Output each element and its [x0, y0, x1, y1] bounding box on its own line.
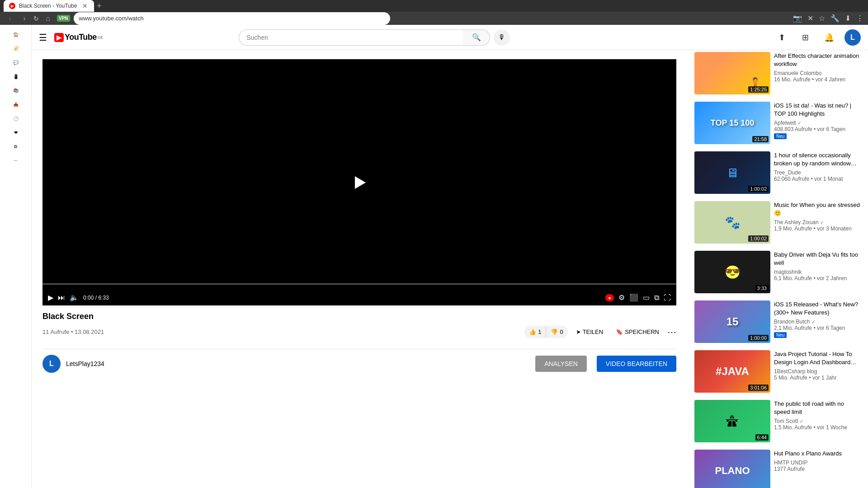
sidebar-icon-settings[interactable]: ⚙ — [14, 144, 18, 149]
video-player[interactable]: ▶ ⏭ 🔈 0:00 / 6:33 ● ⚙ ⬛ — [42, 59, 676, 305]
bookmark-icon[interactable]: ☆ — [819, 14, 825, 23]
video-section: ▶ ⏭ 🔈 0:00 / 6:33 ● ⚙ ⬛ — [32, 50, 687, 488]
sidebar-video-item-java[interactable]: #JAVA 3:01:06 Java Project Tutorial - Ho… — [693, 348, 863, 394]
youtube-logo[interactable]: ▶ YouTube DE — [54, 33, 103, 42]
vpn-badge: VPN — [57, 15, 70, 22]
video-info: Black Screen 11 Aufrufe • 13.08.2021 👍 1 — [42, 305, 676, 343]
youtube-country-label: DE — [98, 35, 104, 40]
share-button[interactable]: ➤ TEILEN — [571, 326, 608, 338]
save-icon: 🔖 — [616, 328, 623, 335]
duration-badge: 6:44 — [755, 434, 769, 441]
sidebar-video-item-stress[interactable]: 🐾 1:00:02 Music for When you are stresse… — [693, 199, 863, 245]
save-button[interactable]: 🔖 SPEICHERN — [611, 326, 664, 338]
search-button[interactable]: 🔍 — [463, 29, 490, 46]
channel-name: LetsPlay1234 — [66, 360, 104, 367]
theatre-mode-button[interactable]: ▭ — [643, 293, 650, 302]
duration-badge: 1:25:25 — [748, 86, 769, 93]
sidebar-video-channel-ios15b: Brandon Butch ✓ — [774, 319, 861, 325]
sidebar-icon-messages[interactable]: 💬 — [13, 60, 19, 65]
upload-button[interactable]: ⬆ — [774, 29, 790, 46]
sidebar-icon-explore[interactable]: 🧭 — [13, 46, 19, 51]
refresh-button[interactable]: ↻ — [33, 15, 39, 22]
search-input[interactable] — [239, 29, 463, 46]
sidebar-video-channel-plano: HMTP UNDIP — [774, 460, 861, 466]
tab-title: Black Screen - YouTube — [19, 3, 77, 9]
sidebar-icon-inbox[interactable]: 📥 — [13, 102, 19, 107]
sidebar-video-title-java: Java Project Tutorial - How To Design Lo… — [774, 350, 861, 366]
settings-button[interactable]: ⚙ — [618, 293, 625, 302]
notifications-button[interactable]: 🔔 — [821, 29, 837, 46]
sidebar-video-channel-silence: Tree_Dude — [774, 169, 861, 176]
settings-icon: ⚙ — [14, 144, 18, 149]
sidebar-video-title-toll: The public toll road with no speed limit — [774, 400, 861, 416]
sidebar-icon-history[interactable]: 🕐 — [13, 116, 19, 121]
toolbar-icons: 📷 ✕ ☆ 🔧 ⬇ ⋮ — [793, 14, 863, 23]
extension-icon-1[interactable]: 📷 — [793, 14, 802, 23]
menu-icon[interactable]: ⋮ — [856, 14, 863, 23]
more-actions-button[interactable]: ⋯ — [667, 327, 676, 338]
video-bearbeiten-button[interactable]: VIDEO BEARBEITEN — [597, 356, 676, 372]
sidebar-video-stats-babydriver: 6,1 Mio. Aufrufe • vor 2 Jahren — [774, 275, 861, 282]
video-actions: 👍 1 👎 0 ➤ TEIL — [524, 326, 676, 338]
new-tab-button[interactable]: + — [97, 1, 102, 11]
sidebar-icon-home[interactable]: 🏠 — [13, 32, 19, 37]
left-sidebar: 🏠 🧭 💬 📱 📚 📥 🕐 ❤ ⚙ ··· — [0, 25, 32, 488]
duration-badge: 3:33 — [755, 285, 769, 291]
history-icon: 🕐 — [13, 116, 19, 121]
voice-search-button[interactable]: 🎙 — [494, 29, 510, 46]
play-button[interactable] — [346, 169, 373, 196]
thumbs-down-icon: 👎 — [551, 328, 558, 335]
duration-badge: 1:00:00 — [748, 335, 769, 341]
miniplayer-button[interactable]: ⬛ — [629, 293, 638, 302]
thumbnail-ios15: TOP 15 100 21:58 — [694, 102, 770, 144]
active-tab[interactable]: ▶ Black Screen - YouTube ✕ — [4, 0, 94, 12]
sidebar-video-item-plano[interactable]: PLANO Hut Plano x Plano Awards HMTP UNDI… — [693, 448, 863, 488]
sidebar-video-title-babydriver: Baby Driver with Deja Vu fits too well — [774, 251, 861, 267]
duration-badge: 1:00:02 — [748, 186, 769, 192]
sidebar-video-item-babydriver[interactable]: 😎 3:33 Baby Driver with Deja Vu fits too… — [693, 249, 863, 295]
play-pause-button[interactable]: ▶ — [48, 293, 53, 302]
video-info-toll: The public toll road with no speed limit… — [774, 400, 861, 442]
tab-bar: ▶ Black Screen - YouTube ✕ + — [0, 0, 868, 12]
hamburger-menu-button[interactable]: ☰ — [39, 32, 47, 43]
picture-in-picture-button[interactable]: ⧉ — [654, 294, 659, 302]
dislike-button[interactable]: 👎 0 — [546, 326, 567, 338]
sidebar-icon-library[interactable]: 📚 — [13, 88, 19, 93]
volume-button[interactable]: 🔈 — [70, 293, 79, 302]
autoplay-indicator: ● — [605, 294, 614, 301]
sidebar-icon-more[interactable]: ··· — [14, 158, 17, 163]
extension-icon-2[interactable]: ✕ — [807, 14, 813, 23]
sidebar-video-item-toll[interactable]: 🛣 6:44 The public toll road with no spee… — [693, 398, 863, 444]
analysen-button[interactable]: ANALYSEN — [535, 356, 587, 372]
like-button[interactable]: 👍 1 — [524, 326, 546, 338]
extension-icon-3[interactable]: 🔧 — [830, 14, 840, 23]
fullscreen-button[interactable]: ⛶ — [664, 294, 671, 302]
home-nav-button[interactable]: ⌂ — [42, 14, 53, 23]
sidebar-icon-whatsapp[interactable]: 📱 — [13, 74, 19, 79]
sidebar-video-channel-ae: Emanuele Colombo — [774, 70, 861, 76]
address-bar[interactable]: www.youtube.com/watch — [74, 12, 390, 25]
liked-icon: ❤ — [14, 130, 18, 135]
next-button[interactable]: ⏭ — [58, 294, 65, 302]
sidebar-icon-liked[interactable]: ❤ — [14, 130, 18, 135]
apps-grid-button[interactable]: ⊞ — [797, 29, 814, 46]
browser-toolbar: ‹ › ↻ ⌂ VPN www.youtube.com/watch 📷 ✕ ☆ … — [0, 12, 868, 25]
youtube-header: ☰ ▶ YouTube DE 🔍 🎙 ⬆ ⊞ 🔔 L — [32, 25, 868, 50]
thumbs-up-icon: 👍 — [529, 328, 536, 335]
verified-badge: ✓ — [800, 419, 803, 424]
forward-button[interactable]: › — [19, 14, 30, 23]
tab-close-button[interactable]: ✕ — [82, 2, 88, 9]
back-button[interactable]: ‹ — [5, 14, 15, 23]
user-avatar[interactable]: L — [844, 29, 861, 46]
sidebar-video-item-ios15[interactable]: TOP 15 100 21:58 iOS 15 ist da! - Was is… — [693, 100, 863, 146]
video-info-stress: Music for When you are stressed🙂 The Ash… — [774, 201, 861, 244]
sidebar-video-item-silence[interactable]: 🖥 1:00:02 1 hour of silence occasionally… — [693, 150, 863, 196]
sidebar-video-item-ios15b[interactable]: 15 1:00:00 iOS 15 Released - What's New?… — [693, 299, 863, 345]
progress-bar[interactable] — [42, 283, 676, 285]
autoplay-toggle[interactable]: ● — [605, 294, 614, 301]
sidebar-video-title-ae: After Effects character animation workfl… — [774, 52, 861, 68]
channel-avatar[interactable]: L — [42, 355, 61, 373]
download-icon[interactable]: ⬇ — [845, 14, 851, 23]
browser-chrome: ▶ Black Screen - YouTube ✕ + ‹ › ↻ ⌂ VPN… — [0, 0, 868, 25]
sidebar-video-item-ae[interactable]: 🧍 1:25:25 After Effects character animat… — [693, 50, 863, 96]
